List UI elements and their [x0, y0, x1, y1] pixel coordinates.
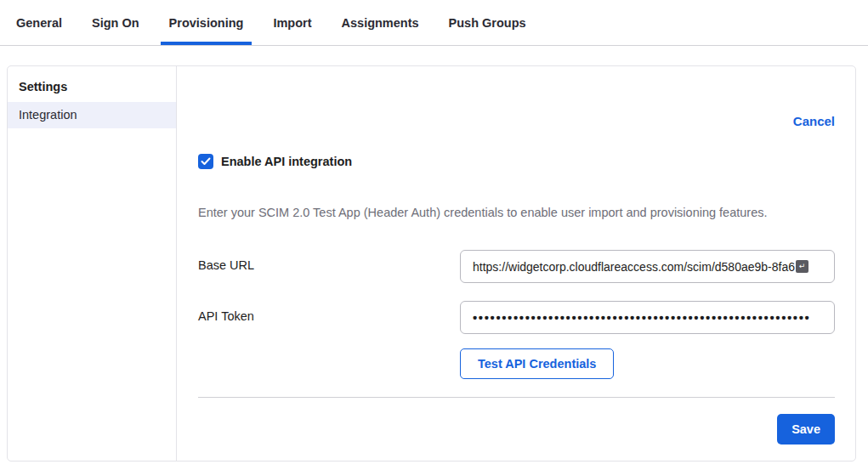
- sidebar-item-integration[interactable]: Integration: [8, 102, 176, 128]
- tab-import[interactable]: Import: [264, 0, 320, 45]
- api-token-label: API Token: [198, 301, 460, 323]
- text-overflow-caret-icon: ↵: [796, 260, 808, 273]
- settings-sidebar: Settings Integration: [8, 66, 177, 461]
- cancel-link[interactable]: Cancel: [793, 114, 835, 128]
- checkmark-icon: [201, 157, 211, 166]
- test-credentials-row: Test API Credentials: [460, 348, 835, 379]
- base-url-input[interactable]: https://widgetcorp.cloudflareaccess.com/…: [460, 250, 835, 283]
- tab-provisioning[interactable]: Provisioning: [161, 0, 252, 45]
- tab-assignments[interactable]: Assignments: [333, 0, 428, 45]
- base-url-value: https://widgetcorp.cloudflareaccess.com/…: [473, 260, 795, 274]
- provisioning-panel: Settings Integration Cancel Enable API i…: [7, 65, 856, 462]
- enable-api-row: Enable API integration: [198, 154, 835, 169]
- save-row: Save: [198, 414, 835, 445]
- api-token-masked-value: ••••••••••••••••••••••••••••••••••••••••…: [473, 310, 810, 325]
- api-token-row: API Token ••••••••••••••••••••••••••••••…: [198, 301, 835, 334]
- footer-divider: [198, 397, 835, 398]
- sidebar-header: Settings: [8, 74, 176, 102]
- enable-api-label: Enable API integration: [221, 155, 352, 168]
- tab-push-groups[interactable]: Push Groups: [440, 0, 535, 45]
- enable-api-checkbox[interactable]: [198, 154, 213, 169]
- credentials-description: Enter your SCIM 2.0 Test App (Header Aut…: [198, 206, 835, 219]
- integration-form: Cancel Enable API integration Enter your…: [177, 66, 855, 461]
- tab-sign-on[interactable]: Sign On: [83, 0, 148, 45]
- cancel-row: Cancel: [198, 114, 835, 129]
- base-url-label: Base URL: [198, 250, 460, 272]
- tab-general[interactable]: General: [8, 0, 71, 45]
- test-api-credentials-button[interactable]: Test API Credentials: [460, 348, 614, 379]
- save-button[interactable]: Save: [777, 414, 835, 445]
- app-tab-bar: General Sign On Provisioning Import Assi…: [0, 0, 868, 46]
- base-url-row: Base URL https://widgetcorp.cloudflareac…: [198, 250, 835, 283]
- api-token-input[interactable]: ••••••••••••••••••••••••••••••••••••••••…: [460, 301, 835, 334]
